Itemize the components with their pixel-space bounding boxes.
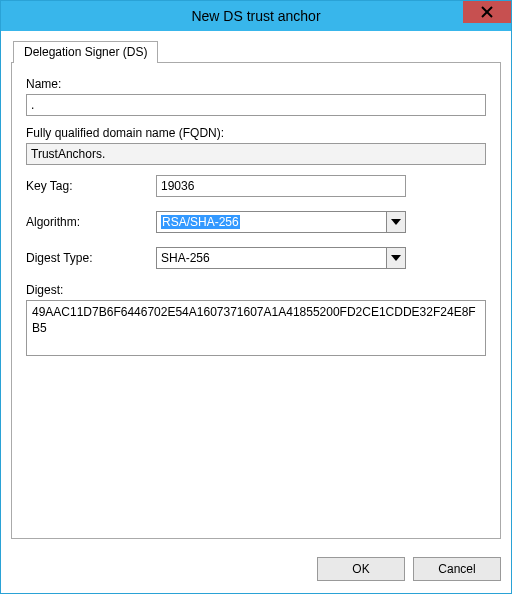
button-row: OK Cancel bbox=[1, 549, 511, 593]
name-block: Name: bbox=[26, 77, 486, 116]
digest-type-combo[interactable]: SHA-256 bbox=[156, 247, 406, 269]
digest-type-field[interactable]: SHA-256 bbox=[156, 247, 386, 269]
algorithm-value: RSA/SHA-256 bbox=[161, 215, 240, 229]
name-label: Name: bbox=[26, 77, 486, 91]
key-tag-field[interactable] bbox=[156, 175, 406, 197]
algorithm-combo[interactable]: RSA/SHA-256 bbox=[156, 211, 406, 233]
digest-field[interactable] bbox=[26, 300, 486, 356]
digest-type-label: Digest Type: bbox=[26, 251, 156, 265]
key-tag-label: Key Tag: bbox=[26, 179, 156, 193]
tab-label: Delegation Signer (DS) bbox=[24, 45, 147, 59]
name-field[interactable] bbox=[26, 94, 486, 116]
chevron-down-icon bbox=[391, 219, 401, 225]
digest-label: Digest: bbox=[26, 283, 486, 297]
chevron-down-icon bbox=[391, 255, 401, 261]
dialog-window: New DS trust anchor Delegation Signer (D… bbox=[0, 0, 512, 594]
fqdn-label: Fully qualified domain name (FQDN): bbox=[26, 126, 486, 140]
algorithm-label: Algorithm: bbox=[26, 215, 156, 229]
fqdn-block: Fully qualified domain name (FQDN): bbox=[26, 126, 486, 165]
fqdn-field bbox=[26, 143, 486, 165]
algorithm-dropdown-button[interactable] bbox=[386, 211, 406, 233]
ok-button[interactable]: OK bbox=[317, 557, 405, 581]
algorithm-row: Algorithm: RSA/SHA-256 bbox=[26, 211, 486, 233]
close-button[interactable] bbox=[463, 1, 511, 23]
digest-block: Digest: bbox=[26, 283, 486, 359]
digest-type-row: Digest Type: SHA-256 bbox=[26, 247, 486, 269]
digest-type-value: SHA-256 bbox=[161, 251, 210, 265]
window-title: New DS trust anchor bbox=[1, 8, 511, 24]
tab-header: Delegation Signer (DS) bbox=[11, 41, 501, 63]
algorithm-field[interactable]: RSA/SHA-256 bbox=[156, 211, 386, 233]
key-tag-row: Key Tag: bbox=[26, 175, 486, 197]
close-icon bbox=[481, 6, 493, 18]
client-area: Delegation Signer (DS) Name: Fully quali… bbox=[1, 31, 511, 549]
digest-type-dropdown-button[interactable] bbox=[386, 247, 406, 269]
titlebar: New DS trust anchor bbox=[1, 1, 511, 31]
tab-delegation-signer[interactable]: Delegation Signer (DS) bbox=[13, 41, 158, 63]
cancel-button[interactable]: Cancel bbox=[413, 557, 501, 581]
tab-page: Name: Fully qualified domain name (FQDN)… bbox=[11, 62, 501, 539]
